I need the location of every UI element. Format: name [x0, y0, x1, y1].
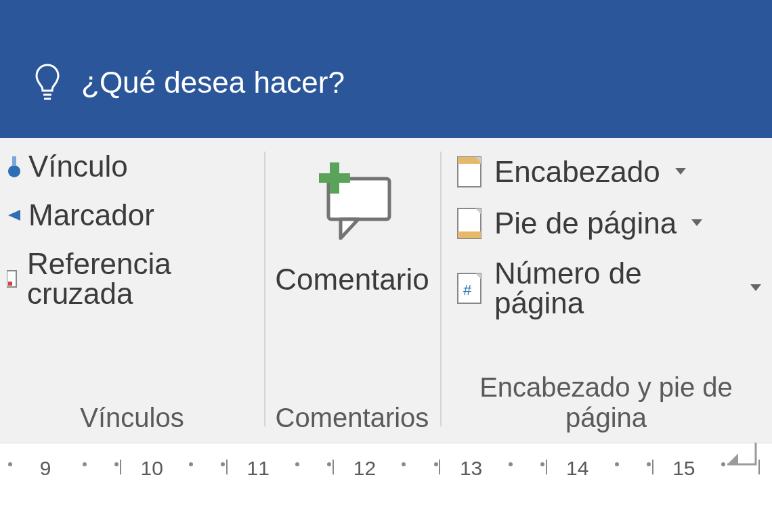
- footer-icon: [456, 207, 482, 240]
- referencia-cruzada-label: Referencia cruzada: [27, 249, 257, 309]
- tell-me-label: ¿Qué desea hacer?: [81, 66, 345, 99]
- group-encabezado-pie: Encabezado Pie de página: [440, 138, 772, 443]
- bookmark-icon: [7, 202, 20, 229]
- group-vinculos: Vínculo Marcador Referencia cruzada Vínc…: [0, 138, 264, 443]
- ruler-number: 10: [140, 457, 163, 480]
- ruler-dot: [189, 462, 193, 466]
- ruler-dot: [647, 462, 651, 466]
- referencia-cruzada-button[interactable]: Referencia cruzada: [7, 249, 257, 309]
- ruler-number: 11: [247, 457, 270, 480]
- ribbon: Vínculo Marcador Referencia cruzada Vínc…: [0, 138, 772, 443]
- svg-rect-8: [319, 173, 350, 183]
- numero-de-pagina-button[interactable]: # Número de página: [456, 259, 761, 318]
- comentario-button[interactable]: Comentario: [275, 263, 429, 296]
- encabezado-button[interactable]: Encabezado: [456, 156, 761, 188]
- vinculo-button[interactable]: Vínculo: [7, 152, 257, 181]
- ruler-number: 15: [672, 457, 695, 480]
- ruler-dot: [221, 462, 225, 466]
- svg-rect-3: [12, 156, 16, 166]
- header-icon: [456, 156, 482, 188]
- ruler-number: 13: [460, 457, 482, 480]
- document-area: [0, 497, 772, 532]
- ruler-dot: [434, 462, 438, 466]
- svg-rect-12: [458, 231, 481, 238]
- horizontal-ruler[interactable]: 9101112131415: [0, 457, 772, 497]
- svg-text:#: #: [463, 282, 472, 298]
- ruler-dot: [83, 462, 87, 466]
- svg-point-2: [8, 165, 20, 177]
- pie-de-pagina-button[interactable]: Pie de página: [456, 207, 761, 240]
- group-label-vinculos: Vínculos: [7, 403, 257, 437]
- marcador-button[interactable]: Marcador: [7, 200, 257, 230]
- ruler-number: 12: [353, 457, 376, 480]
- ruler-number: 14: [566, 457, 588, 480]
- page-number-icon: #: [456, 272, 482, 305]
- ruler-tick: [546, 460, 547, 474]
- lightbulb-icon: [33, 62, 62, 103]
- encabezado-label: Encabezado: [494, 157, 660, 187]
- ruler-tick: [333, 460, 334, 474]
- marcador-label: Marcador: [28, 200, 154, 230]
- dropdown-caret-icon: [675, 168, 686, 176]
- ruler-dot: [402, 462, 406, 466]
- tell-me-search[interactable]: ¿Qué desea hacer?: [33, 62, 345, 103]
- ruler-tick: [120, 460, 121, 474]
- hyperlink-icon: [7, 152, 20, 181]
- ruler-number: 9: [40, 457, 51, 480]
- ruler-dot: [615, 462, 619, 466]
- vinculo-label: Vínculo: [28, 152, 128, 181]
- ruler-dot: [509, 462, 513, 466]
- group-label-encabezado-pie: Encabezado y pie de página: [447, 372, 765, 437]
- ruler-dot: [295, 462, 299, 466]
- ruler-tick: [226, 460, 228, 474]
- numero-de-pagina-label: Número de página: [494, 259, 735, 318]
- cross-reference-icon: [7, 265, 19, 292]
- ruler-dot: [114, 462, 119, 466]
- group-label-comentarios: Comentarios: [271, 403, 433, 437]
- dropdown-caret-icon: [691, 219, 702, 227]
- ruler-dot: [8, 462, 12, 466]
- ruler-dot: [327, 462, 331, 466]
- ruler-dot: [540, 462, 544, 466]
- ruler-tick: [439, 460, 440, 474]
- pie-de-pagina-label: Pie de página: [494, 208, 677, 238]
- ruler-tick: [758, 460, 760, 474]
- ruler-tick: [652, 460, 653, 474]
- page-corner-icon: [725, 440, 758, 467]
- group-comentarios: Comentario Comentarios: [264, 138, 440, 443]
- new-comment-icon[interactable]: [308, 158, 396, 246]
- dropdown-caret-icon: [750, 284, 761, 292]
- ribbon-header: ¿Qué desea hacer?: [0, 0, 772, 138]
- svg-rect-5: [8, 282, 12, 286]
- comentario-label: Comentario: [275, 263, 429, 296]
